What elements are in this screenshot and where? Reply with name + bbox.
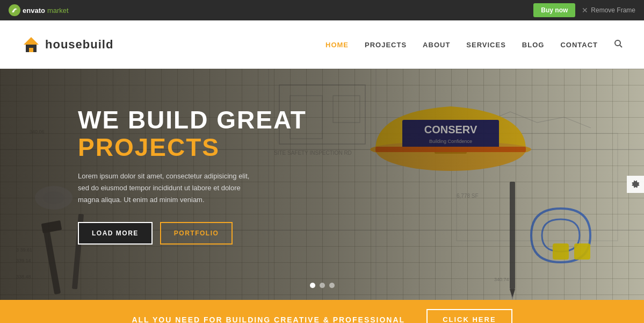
- slider-dots: [310, 283, 335, 288]
- svg-rect-3: [29, 48, 33, 52]
- banner-text: ALL YOU NEED FOR BUILDING CREATIVE & PRO…: [132, 315, 405, 324]
- slider-dot-3[interactable]: [329, 283, 335, 288]
- hero-settings-button[interactable]: [627, 176, 644, 193]
- hero-title-accent: PROJECTS: [78, 134, 644, 161]
- nav-link-contact[interactable]: CONTACT: [560, 41, 598, 49]
- nav-link-projects[interactable]: PROJECTS: [365, 41, 407, 49]
- hero-title-main: WE BUILD GREAT: [78, 106, 644, 134]
- remove-frame-label: Remove Frame: [591, 6, 635, 14]
- svg-marker-1: [24, 37, 39, 45]
- nav-item-projects[interactable]: PROJECTS: [365, 40, 407, 49]
- nav-item-blog[interactable]: BLOG: [522, 40, 545, 49]
- logo[interactable]: housebuild: [21, 35, 113, 54]
- hero-content: WE BUILD GREAT PROJECTS Lorem ipsum dolo…: [0, 69, 644, 245]
- navigation: housebuild HOME PROJECTS ABOUT SERVICES …: [0, 20, 644, 69]
- portfolio-button[interactable]: PORTFOLIO: [160, 222, 233, 245]
- nav-item-about[interactable]: ABOUT: [423, 40, 450, 49]
- nav-search-item[interactable]: [614, 39, 623, 50]
- envato-logo: envatomarket: [9, 4, 69, 16]
- nav-item-contact[interactable]: CONTACT: [560, 40, 598, 49]
- logo-text: housebuild: [45, 38, 113, 52]
- remove-frame-button[interactable]: ✕ Remove Frame: [582, 6, 635, 15]
- nav-links: HOME PROJECTS ABOUT SERVICES BLOG CONTAC…: [325, 39, 623, 50]
- nav-link-home[interactable]: HOME: [325, 41, 349, 49]
- close-icon: ✕: [582, 6, 588, 15]
- slider-dot-2[interactable]: [320, 283, 325, 288]
- logo-icon: [21, 35, 41, 54]
- hero-description: Lorem ipsum dolor sit amet, consectetur …: [78, 170, 255, 206]
- hero-buttons: LOAD MORE PORTFOLIO: [78, 222, 644, 245]
- load-more-button[interactable]: LOAD MORE: [78, 222, 153, 245]
- buy-now-button[interactable]: Buy now: [533, 3, 575, 17]
- nav-link-blog[interactable]: BLOG: [522, 41, 545, 49]
- top-bar: envatomarket Buy now ✕ Remove Frame: [0, 0, 644, 20]
- market-text: market: [47, 6, 69, 15]
- envato-text: envato: [23, 6, 45, 15]
- nav-link-services[interactable]: SERVICES: [466, 41, 506, 49]
- svg-point-4: [615, 40, 620, 46]
- nav-link-about[interactable]: ABOUT: [423, 41, 450, 49]
- nav-item-services[interactable]: SERVICES: [466, 40, 506, 49]
- nav-item-home[interactable]: HOME: [325, 40, 349, 49]
- slider-dot-1[interactable]: [310, 283, 315, 288]
- svg-line-5: [620, 45, 622, 47]
- search-icon[interactable]: [614, 40, 623, 49]
- yellow-banner: ALL YOU NEED FOR BUILDING CREATIVE & PRO…: [0, 300, 644, 323]
- click-here-button[interactable]: CLICK HERE: [426, 309, 512, 323]
- hero-section: SITE SAFETY INSPECTION RD 3 39.61 339.14…: [0, 69, 644, 300]
- top-bar-actions: Buy now ✕ Remove Frame: [533, 3, 635, 17]
- gear-icon: [631, 180, 640, 189]
- envato-icon: [9, 4, 20, 16]
